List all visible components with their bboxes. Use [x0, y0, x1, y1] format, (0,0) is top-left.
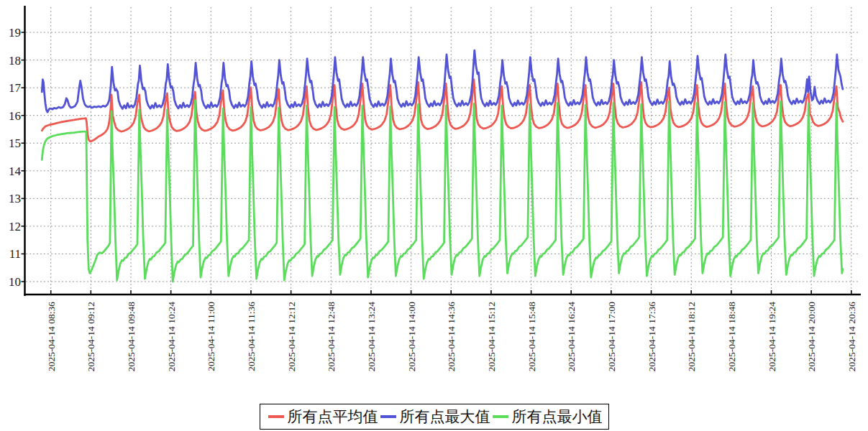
x-tick-label: 2025-04-14 10:24: [166, 302, 177, 371]
x-tick-label: 2025-04-14 09:12: [86, 302, 96, 371]
y-tick-label: 15: [9, 136, 21, 150]
y-tick-label: 16: [9, 109, 21, 123]
x-tick-label: 2025-04-14 20:00: [806, 302, 817, 371]
legend-item-min: 所有点最小值: [490, 407, 603, 427]
legend-label-max: 所有点最大值: [400, 407, 490, 427]
y-tick-label: 13: [9, 192, 21, 205]
x-tick-label: 2025-04-14 11:36: [246, 302, 257, 371]
x-tick-label: 2025-04-14 17:36: [647, 302, 657, 371]
x-tick-label: 2025-04-14 09:48: [126, 302, 137, 371]
x-tick-label: 2025-04-14 08:36: [46, 302, 57, 371]
x-tick-label: 2025-04-14 16:24: [566, 302, 577, 371]
y-tick-label: 19: [9, 26, 21, 40]
legend-swatch-max: [380, 415, 396, 418]
legend-swatch-avg: [268, 415, 284, 418]
x-tick-label: 2025-04-14 20:36: [846, 302, 857, 371]
y-tick-label: 11: [9, 247, 21, 261]
legend-label-avg: 所有点平均值: [288, 407, 378, 427]
legend-swatch-min: [493, 415, 508, 418]
x-tick-label: 2025-04-14 15:48: [526, 302, 537, 371]
x-tick-label: 2025-04-14 18:48: [726, 302, 737, 371]
x-tick-label: 2025-04-14 14:00: [406, 302, 417, 371]
line-chart: 101112131415161718192025-04-14 08:362025…: [0, 0, 868, 431]
y-tick-label: 17: [9, 81, 22, 95]
y-tick-label: 12: [9, 220, 21, 233]
x-tick-label: 2025-04-14 11:00: [206, 302, 216, 371]
x-tick-label: 2025-04-14 12:12: [286, 302, 297, 371]
y-tick-label: 10: [9, 275, 21, 289]
legend-label-min: 所有点最小值: [512, 407, 603, 427]
x-tick-label: 2025-04-14 14:36: [446, 302, 457, 371]
y-tick-label: 14: [9, 164, 22, 178]
x-tick-label: 2025-04-14 13:24: [366, 302, 377, 371]
x-tick-label: 2025-04-14 18:12: [686, 302, 697, 371]
x-tick-label: 2025-04-14 12:48: [326, 302, 337, 371]
legend-item-max: 所有点最大值: [378, 407, 490, 427]
legend: 所有点平均值 所有点最大值 所有点最小值: [260, 404, 609, 430]
x-tick-label: 2025-04-14 17:00: [606, 302, 617, 371]
y-tick-label: 18: [9, 54, 21, 68]
chart-page: 101112131415161718192025-04-14 08:362025…: [0, 0, 868, 431]
x-tick-label: 2025-04-14 19:24: [767, 302, 777, 371]
x-tick-label: 2025-04-14 15:12: [486, 302, 497, 371]
legend-item-avg: 所有点平均值: [266, 407, 378, 427]
